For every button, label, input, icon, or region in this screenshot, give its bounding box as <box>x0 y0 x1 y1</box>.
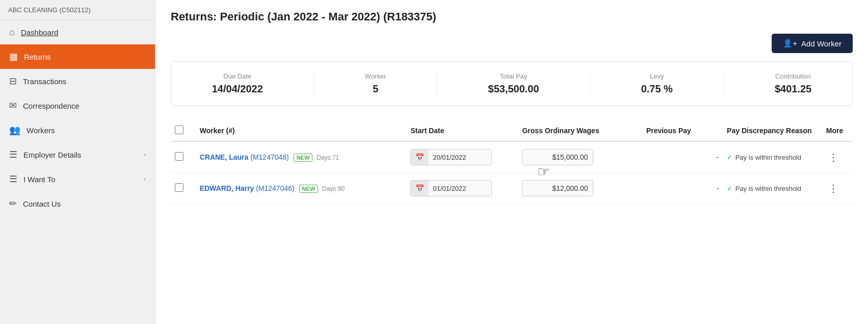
row-checkbox[interactable] <box>175 183 183 192</box>
worker-id: (M1247046) <box>256 184 295 192</box>
prev-pay-value: - <box>716 184 719 192</box>
row-prevpay-cell: - <box>642 173 723 204</box>
sidebar-item-workers[interactable]: 👥 Workers <box>0 118 155 142</box>
add-worker-icon: 👤+ <box>783 39 797 48</box>
days-label: Days:71 <box>317 154 339 161</box>
sidebar-item-label: Workers <box>27 126 146 135</box>
th-check <box>171 120 196 141</box>
sidebar-item-employer-details[interactable]: ☰ Employer Details › <box>0 142 155 167</box>
summary-levy: Levy 0.75 % <box>641 72 673 95</box>
checkmark-icon: ✓ <box>727 185 732 192</box>
checkmark-icon: ✓ <box>727 154 732 161</box>
page-title: Returns: Periodic (Jan 2022 - Mar 2022) … <box>171 10 853 23</box>
summary-divider-2 <box>437 71 437 96</box>
sidebar-item-dashboard[interactable]: ⌂ Dashboard <box>0 20 155 44</box>
summary-divider-1 <box>313 71 314 96</box>
worker-name[interactable]: CRANE, Laura <box>200 153 249 161</box>
sidebar-item-label: Transactions <box>23 77 146 86</box>
row-worker-cell: EDWARD, Harry (M1247046) NEW Days:90 <box>196 173 407 204</box>
th-more: More <box>822 120 853 141</box>
row-checkbox[interactable] <box>175 152 183 161</box>
th-worker: Worker (#) <box>196 120 407 141</box>
row-discrepancy-cell: ✓ Pay is within threshold <box>723 173 822 204</box>
employer-details-icon: ☰ <box>9 149 17 160</box>
row-startdate-cell: 📅 01/01/2022 <box>406 173 518 204</box>
sidebar-item-i-want-to[interactable]: ☰ I Want To › <box>0 167 155 191</box>
sidebar-item-label: I Want To <box>23 175 138 184</box>
due-date-value: 14/04/2022 <box>212 83 263 95</box>
discrepancy-text: Pay is within threshold <box>735 154 801 161</box>
row-wages-cell: ☞ <box>518 141 642 173</box>
summary-divider-4 <box>723 71 724 96</box>
pay-discrepancy: ✓ Pay is within threshold <box>727 185 818 192</box>
select-all-checkbox[interactable] <box>175 126 183 134</box>
th-startdate: Start Date <box>406 120 518 141</box>
summary-divider-3 <box>590 71 590 96</box>
add-worker-button[interactable]: 👤+ Add Worker <box>772 34 853 53</box>
date-input-group: 📅 20/01/2022 <box>410 149 492 165</box>
th-discrepancy: Pay Discrepancy Reason <box>723 120 822 141</box>
contribution-label: Contribution <box>775 72 811 80</box>
new-badge: NEW <box>294 154 313 162</box>
pay-discrepancy: ✓ Pay is within threshold <box>727 154 818 161</box>
row-more-cell: ⋮ <box>822 141 853 173</box>
top-action-bar: 👤+ Add Worker <box>171 34 853 53</box>
sidebar-item-label: Returns <box>24 53 146 61</box>
sidebar-item-label: Correspondence <box>23 102 146 110</box>
returns-icon: ▦ <box>9 51 18 62</box>
sidebar-item-transactions[interactable]: ⊟ Transactions <box>0 69 155 93</box>
row-wages-cell <box>518 173 642 204</box>
workers-icon: 👥 <box>9 124 20 136</box>
add-worker-label: Add Worker <box>801 39 841 48</box>
summary-card: Due Date 14/04/2022 Worker 5 Total Pay $… <box>171 61 853 106</box>
contact-us-icon: ✏ <box>9 198 17 209</box>
row-more-cell: ⋮ <box>822 173 853 204</box>
sidebar-item-contact-us[interactable]: ✏ Contact Us <box>0 191 155 216</box>
row-discrepancy-cell: ✓ Pay is within threshold <box>723 141 822 173</box>
worker-label: Worker <box>365 72 386 80</box>
summary-due-date: Due Date 14/04/2022 <box>212 72 263 95</box>
date-input-group: 📅 01/01/2022 <box>410 180 492 196</box>
row-checkbox-cell <box>171 141 196 173</box>
sidebar-item-label: Employer Details <box>23 151 138 159</box>
sidebar-item-returns[interactable]: ▦ Returns <box>0 44 155 69</box>
sidebar-nav: ⌂ Dashboard ▦ Returns ⊟ Transactions ✉ C… <box>0 20 155 324</box>
prev-pay-value: - <box>716 153 719 161</box>
main-content: Returns: Periodic (Jan 2022 - Mar 2022) … <box>155 0 868 324</box>
total-pay-label: Total Pay <box>488 72 539 80</box>
row-startdate-cell: 📅 20/01/2022 <box>406 141 518 173</box>
discrepancy-text: Pay is within threshold <box>735 185 801 192</box>
correspondence-icon: ✉ <box>9 100 17 111</box>
th-prevpay: Previous Pay <box>642 120 723 141</box>
sidebar: ABC CLEANING (C502112) ⌂ Dashboard ▦ Ret… <box>0 0 155 324</box>
worker-table: Worker (#) Start Date Gross Ordinary Wag… <box>171 120 853 204</box>
row-worker-cell: CRANE, Laura (M1247048) NEW Days:71 <box>196 141 407 173</box>
more-options-button[interactable]: ⋮ <box>826 149 840 165</box>
days-label: Days:90 <box>322 185 345 192</box>
contribution-value: $401.25 <box>775 83 811 95</box>
summary-total-pay: Total Pay $53,500.00 <box>488 72 539 95</box>
sidebar-item-correspondence[interactable]: ✉ Correspondence <box>0 93 155 118</box>
row-checkbox-cell <box>171 173 196 204</box>
home-icon: ⌂ <box>9 27 15 38</box>
worker-value: 5 <box>365 83 386 95</box>
th-wages: Gross Ordinary Wages <box>518 120 642 141</box>
sidebar-item-label: Contact Us <box>23 200 146 208</box>
wages-input[interactable] <box>522 149 593 165</box>
company-name: ABC CLEANING (C502112) <box>0 0 155 20</box>
total-pay-value: $53,500.00 <box>488 83 539 95</box>
levy-value: 0.75 % <box>641 83 673 95</box>
chevron-right-icon: › <box>144 176 146 183</box>
new-badge: NEW <box>299 185 319 193</box>
calendar-button[interactable]: 📅 <box>411 181 429 196</box>
calendar-button[interactable]: 📅 <box>411 149 429 165</box>
wages-input[interactable] <box>522 180 593 196</box>
worker-id: (M1247048) <box>250 153 289 161</box>
worker-name[interactable]: EDWARD, Harry <box>200 184 254 192</box>
more-options-button[interactable]: ⋮ <box>826 180 840 196</box>
transactions-icon: ⊟ <box>9 76 17 87</box>
i-want-to-icon: ☰ <box>9 173 17 185</box>
row-prevpay-cell: - <box>642 141 723 173</box>
date-value: 01/01/2022 <box>429 181 491 196</box>
sidebar-item-label: Dashboard <box>21 28 146 37</box>
